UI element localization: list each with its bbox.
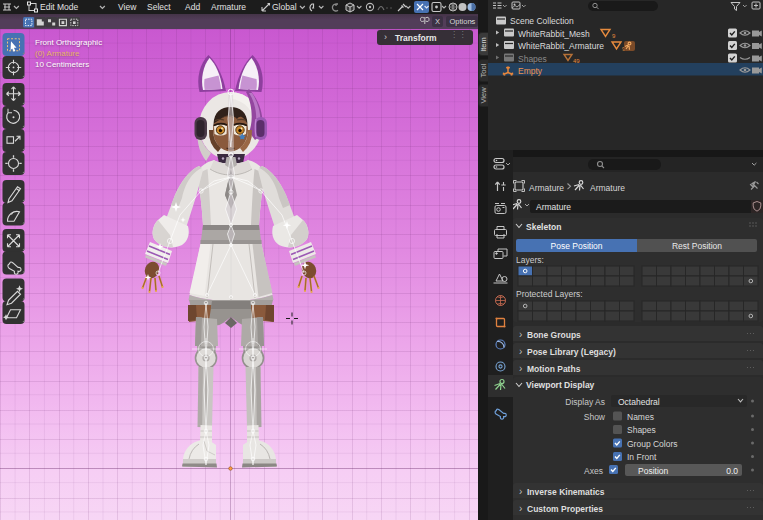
svg-text:9: 9 [612,33,616,39]
svg-text:X: X [435,17,440,26]
svg-text:49: 49 [573,58,580,64]
